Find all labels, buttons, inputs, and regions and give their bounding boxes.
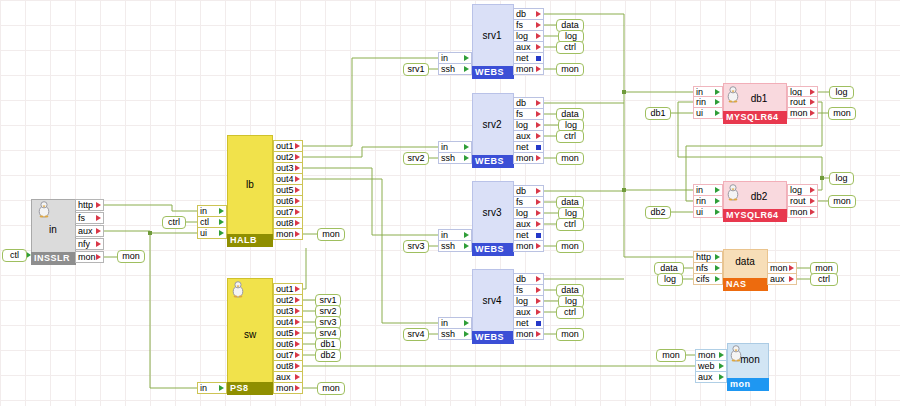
net-label-mon[interactable]: mon xyxy=(828,195,856,208)
port-mon-aux[interactable]: aux xyxy=(695,371,727,383)
output-arrow-icon xyxy=(536,287,541,293)
port-in-aux[interactable]: aux xyxy=(75,225,104,237)
port-db1-mon[interactable]: mon xyxy=(787,107,818,119)
port-label: rin xyxy=(696,197,706,206)
input-arrow-icon xyxy=(715,254,720,260)
net-label-db2[interactable]: db2 xyxy=(645,206,671,219)
input-arrow-icon xyxy=(219,385,224,391)
output-arrow-icon xyxy=(536,331,541,337)
port-srv4-mon[interactable]: mon xyxy=(513,328,544,340)
net-label-db1[interactable]: db1 xyxy=(645,107,671,120)
port-srv2-ssh[interactable]: ssh xyxy=(438,152,472,164)
input-arrow-icon xyxy=(715,89,720,95)
net-label-ctrl[interactable]: ctrl xyxy=(556,306,584,319)
net-label-ctrl[interactable]: ctrl xyxy=(556,218,584,231)
net-label-mon[interactable]: mon xyxy=(556,152,584,165)
port-label: ssh xyxy=(441,330,455,339)
net-label-ctrl[interactable]: ctrl xyxy=(556,41,584,54)
port-db2-mon[interactable]: mon xyxy=(787,206,818,218)
net-label-mon[interactable]: mon xyxy=(828,107,856,120)
port-label: aux xyxy=(516,43,531,52)
port-sw-mon[interactable]: mon xyxy=(273,382,303,394)
wire[interactable] xyxy=(103,205,197,211)
node-name-db1: db1 xyxy=(751,93,768,104)
diagram-canvas[interactable]: inINSSLRhttpfsauxnfymonlbHALBinctluiout1… xyxy=(0,0,900,406)
port-label: ssh xyxy=(441,154,455,163)
net-label-srv3[interactable]: srv3 xyxy=(403,240,429,253)
port-label: in xyxy=(441,319,448,328)
port-label: mon xyxy=(516,330,534,339)
net-label-srv4[interactable]: srv4 xyxy=(403,328,429,341)
port-label: db xyxy=(516,10,526,19)
port-in-http[interactable]: http xyxy=(75,199,104,211)
port-label: mon xyxy=(516,242,534,251)
port-srv3-ssh[interactable]: ssh xyxy=(438,240,472,252)
port-srv2-mon[interactable]: mon xyxy=(513,152,544,164)
net-label-mon[interactable]: mon xyxy=(556,328,584,341)
port-label: mon xyxy=(276,230,294,239)
port-lb-ui[interactable]: ui xyxy=(197,227,227,239)
port-in-nfy[interactable]: nfy xyxy=(75,238,104,250)
output-arrow-icon xyxy=(96,228,101,234)
port-data-aux[interactable]: aux xyxy=(767,273,797,285)
wire[interactable] xyxy=(303,248,306,289)
net-label-srv1[interactable]: srv1 xyxy=(403,63,429,76)
port-lb-mon[interactable]: mon xyxy=(273,228,303,240)
wire[interactable] xyxy=(303,168,438,235)
net-label-mon[interactable]: mon xyxy=(317,382,345,395)
port-srv3-mon[interactable]: mon xyxy=(513,240,544,252)
port-in-mon[interactable]: mon xyxy=(75,251,104,263)
port-label: nfy xyxy=(78,240,90,249)
net-label-log[interactable]: log xyxy=(829,172,854,185)
port-sw-in[interactable]: in xyxy=(197,382,227,394)
input-arrow-icon xyxy=(715,265,720,271)
port-label: out6 xyxy=(276,340,294,349)
net-label-mon[interactable]: mon xyxy=(656,349,686,362)
port-label: out8 xyxy=(276,362,294,371)
port-label: out6 xyxy=(276,197,294,206)
node-name-srv4: srv4 xyxy=(483,295,502,306)
port-label: log xyxy=(516,121,528,130)
port-label: fs xyxy=(516,286,523,295)
port-db1-ui[interactable]: ui xyxy=(693,107,723,119)
port-srv4-ssh[interactable]: ssh xyxy=(438,328,472,340)
port-label: mon xyxy=(770,264,788,273)
output-arrow-icon xyxy=(295,231,300,237)
net-label-log[interactable]: log xyxy=(829,86,854,99)
net-label-ctl[interactable]: ctl xyxy=(2,249,27,262)
net-label-mon[interactable]: mon xyxy=(317,228,345,241)
net-label-db2[interactable]: db2 xyxy=(315,349,341,362)
port-srv1-ssh[interactable]: ssh xyxy=(438,63,472,75)
node-name-srv3: srv3 xyxy=(483,207,502,218)
net-label-mon[interactable]: mon xyxy=(556,63,584,76)
tux-icon-glyph xyxy=(726,183,740,201)
port-label: http xyxy=(696,253,711,262)
output-arrow-icon xyxy=(536,298,541,304)
port-label: aux xyxy=(78,227,93,236)
port-label: db xyxy=(516,99,526,108)
output-arrow-icon xyxy=(536,33,541,39)
net-label-ctrl[interactable]: ctrl xyxy=(556,130,584,143)
net-connector-square-icon xyxy=(536,233,541,238)
output-arrow-icon xyxy=(295,286,300,292)
output-arrow-icon xyxy=(536,11,541,17)
node-lb[interactable] xyxy=(227,135,273,247)
port-label: in xyxy=(200,384,207,393)
port-srv1-mon[interactable]: mon xyxy=(513,63,544,75)
output-arrow-icon xyxy=(536,22,541,28)
net-label-log[interactable]: log xyxy=(657,273,683,286)
node-tag-srv1: WEBS xyxy=(472,66,514,79)
port-db2-ui[interactable]: ui xyxy=(693,206,723,218)
input-arrow-icon xyxy=(464,331,469,337)
port-data-cifs[interactable]: cifs xyxy=(693,273,723,285)
tux-icon xyxy=(726,85,740,103)
net-label-ctrl[interactable]: ctrl xyxy=(162,216,186,229)
net-label-mon[interactable]: mon xyxy=(117,250,145,263)
input-arrow-icon xyxy=(464,144,469,150)
net-label-srv2[interactable]: srv2 xyxy=(403,152,429,165)
net-label-ctrl[interactable]: ctrl xyxy=(810,273,838,286)
output-arrow-icon xyxy=(536,133,541,139)
net-label-mon[interactable]: mon xyxy=(556,240,584,253)
node-name-in: in xyxy=(49,224,57,235)
port-in-fs[interactable]: fs xyxy=(75,212,104,224)
